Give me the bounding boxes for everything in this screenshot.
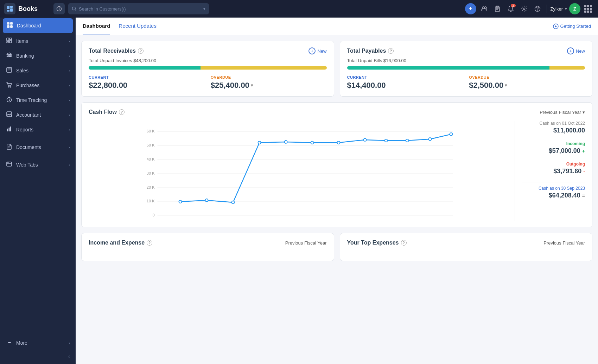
sidebar-item-sales[interactable]: Sales › <box>0 63 76 78</box>
getting-started-link[interactable]: Getting Started <box>553 24 591 29</box>
sidebar-label-reports: Reports <box>16 127 33 132</box>
payables-current-label: CURRENT <box>347 75 463 79</box>
search-bar[interactable]: ▾ <box>68 3 209 14</box>
svg-rect-22 <box>11 54 12 57</box>
top-expenses-period[interactable]: Previous Fiscal Year <box>543 240 585 246</box>
cashflow-info-icon[interactable]: ? <box>119 109 125 115</box>
sidebar-item-time-tracking[interactable]: Time Tracking › <box>0 93 76 108</box>
sidebar-item-purchases[interactable]: Purchases › <box>0 78 76 93</box>
dashboard-icon <box>6 22 13 30</box>
cash-end-label: Cash as on 30 Sep 2023 <box>522 186 585 191</box>
cashflow-period-selector[interactable]: Previous Fiscal Year ▾ <box>540 110 585 115</box>
sidebar-label-items: Items <box>16 38 28 44</box>
svg-rect-1 <box>10 6 13 8</box>
top-expenses-title: Your Top Expenses ? <box>347 240 407 246</box>
receivables-new-button[interactable]: + New <box>308 47 326 54</box>
tab-recent-updates[interactable]: Recent Updates <box>119 18 157 34</box>
sidebar-collapse-button[interactable]: ‹ <box>0 349 76 364</box>
payables-current-bar <box>347 66 549 70</box>
svg-point-6 <box>482 7 484 9</box>
svg-rect-18 <box>7 41 9 43</box>
clipboard-button[interactable] <box>492 3 503 14</box>
svg-text:40 K: 40 K <box>147 157 155 161</box>
search-input[interactable] <box>79 6 201 12</box>
receivables-current-label: CURRENT <box>89 75 205 79</box>
sidebar-item-banking[interactable]: Banking › <box>0 48 76 63</box>
receivables-plus-icon: + <box>308 47 316 54</box>
clock-button[interactable] <box>53 3 65 14</box>
payables-info-icon[interactable]: ? <box>388 48 394 54</box>
main-content: Dashboard Recent Updates Getting Started… <box>76 18 598 364</box>
income-expense-info-icon[interactable]: ? <box>147 240 152 246</box>
outgoing-value: $3,791.60 - <box>522 168 585 175</box>
payables-overdue-value: $2,500.00 ▾ <box>469 81 585 90</box>
add-button[interactable]: + <box>465 3 476 14</box>
documents-icon <box>6 143 13 151</box>
svg-point-33 <box>8 162 9 163</box>
user-menu[interactable]: Zylker ▾ <box>551 6 567 12</box>
sidebar-item-web-tabs[interactable]: Web Tabs › <box>0 157 76 172</box>
payables-plus-icon: + <box>567 47 574 54</box>
top-expenses-info-icon[interactable]: ? <box>401 240 407 246</box>
income-expense-header: Income and Expense ? Previous Fiscal Yea… <box>89 240 327 246</box>
receivables-info-icon[interactable]: ? <box>138 48 144 54</box>
contacts-button[interactable] <box>478 3 490 14</box>
search-dropdown-arrow[interactable]: ▾ <box>203 7 205 11</box>
svg-point-9 <box>523 8 525 10</box>
payables-overdue-arrow[interactable]: ▾ <box>505 83 507 88</box>
receivables-overdue-bar <box>201 66 327 70</box>
svg-rect-15 <box>10 25 13 28</box>
sidebar-label-sales: Sales <box>16 68 28 73</box>
cash-start-label: Cash as on 01 Oct 2022 <box>522 121 585 126</box>
payables-overdue-section: OVERDUE $2,500.00 ▾ <box>463 75 585 90</box>
receivables-overdue-arrow[interactable]: ▾ <box>251 83 253 88</box>
top-navigation: Books ▾ + <box>0 0 598 18</box>
cashflow-title: Cash Flow ? <box>89 109 125 115</box>
apps-grid-button[interactable] <box>583 3 594 14</box>
receivables-current-value: $22,800.00 <box>89 81 205 90</box>
help-button[interactable] <box>532 3 543 14</box>
nav-actions: + 3 <box>465 3 594 14</box>
svg-text:Jun: Jun <box>383 219 389 219</box>
svg-rect-20 <box>7 54 8 57</box>
sidebar-label-banking: Banking <box>16 53 34 59</box>
svg-text:Nov: Nov <box>203 219 210 219</box>
payables-progress-bar <box>347 66 585 70</box>
receivables-current-section: CURRENT $22,800.00 <box>89 75 205 90</box>
svg-text:Aug: Aug <box>427 219 434 219</box>
payables-header: Total Payables ? + New <box>347 47 585 54</box>
documents-chevron: › <box>69 145 70 149</box>
incoming-stat: Incoming $57,000.00 + <box>522 141 585 155</box>
income-expense-period[interactable]: Previous Fiscal Year <box>285 240 327 246</box>
notification-badge: 3 <box>511 4 516 7</box>
cashflow-stats-sidebar: Cash as on 01 Oct 2022 $11,000.00 Incomi… <box>515 121 585 221</box>
banking-icon <box>6 52 13 60</box>
sidebar-item-more[interactable]: ••• More › <box>0 337 76 349</box>
sidebar-item-reports[interactable]: Reports › <box>0 122 76 137</box>
cashflow-line <box>180 134 451 202</box>
payables-new-button[interactable]: + New <box>567 47 585 54</box>
sidebar-item-items[interactable]: Items › <box>0 34 76 48</box>
reports-icon <box>6 126 13 134</box>
sidebar-item-dashboard[interactable]: Dashboard <box>3 18 73 33</box>
cashflow-chart-area: 0 10 K 20 K 30 K 40 K 50 K 60 K <box>89 121 515 221</box>
receivables-current-bar <box>89 66 201 70</box>
notifications-button[interactable]: 3 <box>505 3 516 14</box>
user-avatar[interactable]: Z <box>569 3 580 14</box>
more-chevron: › <box>69 341 70 345</box>
tab-dashboard[interactable]: Dashboard <box>83 18 110 34</box>
settings-button[interactable] <box>519 3 530 14</box>
cash-end-value: $64,208.40 = <box>522 192 585 199</box>
svg-rect-16 <box>7 38 9 41</box>
sidebar-item-documents[interactable]: Documents › <box>0 140 76 155</box>
web-tabs-icon <box>6 161 13 169</box>
cash-start-value: $11,000.00 <box>522 127 585 134</box>
svg-text:Feb: Feb <box>282 219 289 219</box>
getting-started-label: Getting Started <box>560 24 591 29</box>
sidebar-label-time-tracking: Time Tracking <box>16 97 47 103</box>
search-icon <box>72 6 77 11</box>
sidebar: Dashboard Items › <box>0 18 76 364</box>
app-body: Dashboard Items › <box>0 18 598 364</box>
items-chevron: › <box>69 39 70 43</box>
sidebar-item-accountant[interactable]: Accountant › <box>0 108 76 122</box>
